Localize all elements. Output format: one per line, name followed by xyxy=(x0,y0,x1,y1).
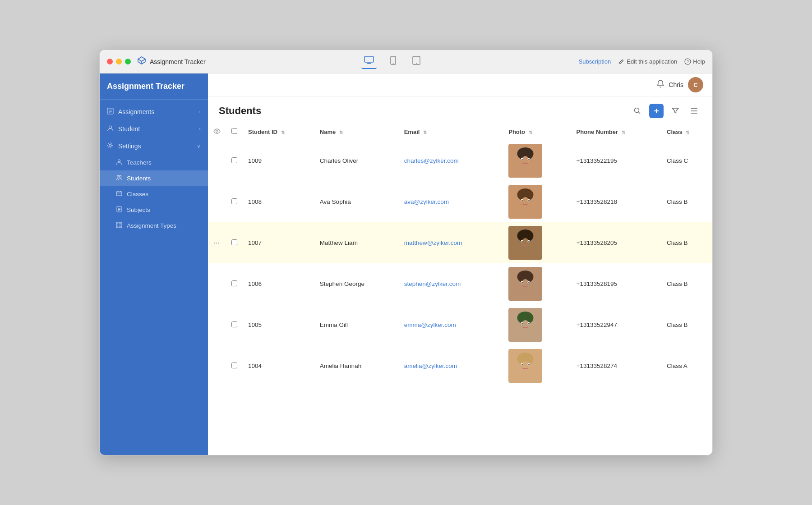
student-email-link[interactable]: matthew@zylker.com xyxy=(404,239,462,246)
add-record-button[interactable] xyxy=(649,104,664,118)
row-checkbox[interactable] xyxy=(231,321,237,327)
row-checkbox[interactable] xyxy=(231,280,237,286)
student-email-link[interactable]: ava@zylker.com xyxy=(404,198,449,205)
close-button[interactable] xyxy=(107,59,113,64)
main-layout: Assignment Tracker Assignments › xyxy=(100,73,712,455)
email-sort-icon[interactable]: ⇅ xyxy=(423,130,427,135)
sidebar-item-subjects[interactable]: Subjects xyxy=(100,202,208,218)
row-actions-cell xyxy=(208,263,226,304)
titlebar-right: Subscription Edit this application ? Hel… xyxy=(579,58,705,65)
settings-icon xyxy=(107,142,114,150)
maximize-button[interactable] xyxy=(125,59,131,64)
svg-point-72 xyxy=(528,324,532,326)
sidebar-item-settings-label: Settings xyxy=(118,142,141,150)
students-icon xyxy=(116,174,122,182)
student-id-sort-icon[interactable]: ⇅ xyxy=(281,130,285,135)
student-name-cell: Amelia Hannah xyxy=(314,345,399,386)
student-email-cell: charles@zylker.com xyxy=(399,140,503,182)
name-sort-icon[interactable]: ⇅ xyxy=(339,130,343,135)
sidebar-item-assignments[interactable]: Assignments › xyxy=(100,103,208,120)
bell-icon[interactable] xyxy=(657,80,664,90)
search-button[interactable] xyxy=(630,104,645,118)
table-row[interactable]: 1006Stephen Georgestephen@zylker.com +13… xyxy=(208,263,712,304)
settings-submenu: Teachers Students xyxy=(100,155,208,234)
student-photo-cell xyxy=(503,304,571,345)
row-checkbox[interactable] xyxy=(231,239,237,245)
table-row[interactable]: ··· 1007Matthew Liammatthew@zylker.com +… xyxy=(208,222,712,263)
student-email-link[interactable]: stephen@zylker.com xyxy=(404,280,461,287)
svg-point-37 xyxy=(529,200,530,201)
sidebar-item-classes-label: Classes xyxy=(127,191,148,197)
more-options-button[interactable] xyxy=(687,104,701,118)
tablet-icon[interactable] xyxy=(410,54,423,69)
table-row[interactable]: 1009Charles Olivercharles@zylker.com +13… xyxy=(208,140,712,182)
svg-point-4 xyxy=(416,63,417,64)
table-row[interactable]: 1008Ava Sophiaava@zylker.com +1313352821… xyxy=(208,181,712,222)
student-icon xyxy=(107,125,114,133)
student-photo xyxy=(508,267,542,301)
assignment-types-icon xyxy=(116,222,122,230)
edit-app-link[interactable]: Edit this application xyxy=(618,58,677,65)
sidebar-item-students[interactable]: Students xyxy=(100,170,208,186)
svg-point-26 xyxy=(529,159,530,160)
svg-point-59 xyxy=(529,282,530,283)
row-actions-cell: ··· xyxy=(208,222,226,263)
student-id-cell: 1006 xyxy=(243,263,314,304)
filter-button[interactable] xyxy=(668,104,683,118)
student-photo xyxy=(508,144,542,178)
user-avatar: C xyxy=(688,77,703,92)
titlebar: Assignment Tracker xyxy=(100,50,712,73)
student-phone-cell: +13133528195 xyxy=(571,263,662,304)
select-all-checkbox[interactable] xyxy=(231,128,237,134)
minimize-button[interactable] xyxy=(116,59,122,64)
student-phone-cell: +13133522195 xyxy=(571,140,662,182)
student-email-cell: emma@zylker.com xyxy=(399,304,503,345)
student-class-cell: Class B xyxy=(661,181,712,222)
student-id-cell: 1005 xyxy=(243,304,314,345)
svg-point-80 xyxy=(522,364,523,365)
subscription-link[interactable]: Subscription xyxy=(579,58,611,65)
sidebar-item-teachers[interactable]: Teachers xyxy=(100,155,208,170)
settings-chevron: ∨ xyxy=(197,143,201,149)
sidebar-item-classes[interactable]: Classes xyxy=(100,186,208,202)
student-email-cell: stephen@zylker.com xyxy=(399,263,503,304)
row-checkbox[interactable] xyxy=(231,363,237,368)
help-link[interactable]: ? Help xyxy=(684,58,705,65)
row-checkbox[interactable] xyxy=(231,198,237,204)
svg-point-16 xyxy=(635,108,639,113)
row-checkbox-cell xyxy=(226,263,243,304)
svg-point-25 xyxy=(522,159,523,160)
student-photo-cell xyxy=(503,345,571,386)
student-class-cell: Class B xyxy=(661,304,712,345)
edit-icon xyxy=(618,59,624,65)
table-row[interactable]: 1005Emma Gillemma@zylker.com +1313352294… xyxy=(208,304,712,345)
student-email-link[interactable]: emma@zylker.com xyxy=(404,321,456,328)
menu-icon xyxy=(691,108,698,114)
sidebar-item-settings[interactable]: Settings ∨ xyxy=(100,138,208,155)
row-actions-cell xyxy=(208,345,226,386)
mobile-icon[interactable] xyxy=(388,54,399,69)
class-sort-icon[interactable]: ⇅ xyxy=(686,130,689,135)
content-area: Chris C Students xyxy=(208,73,712,455)
sidebar-item-assignment-types[interactable]: Assignment Types xyxy=(100,218,208,234)
phone-sort-icon[interactable]: ⇅ xyxy=(622,130,625,135)
student-id-cell: 1008 xyxy=(243,181,314,222)
filter-icon xyxy=(672,108,679,114)
student-email-link[interactable]: amelia@zylker.com xyxy=(404,363,457,369)
student-chevron: › xyxy=(199,126,201,132)
sidebar-title: Assignment Tracker xyxy=(107,82,185,91)
student-email-link[interactable]: charles@zylker.com xyxy=(404,157,459,164)
row-dot-menu[interactable]: ··· xyxy=(213,239,219,247)
sidebar: Assignment Tracker Assignments › xyxy=(100,73,208,455)
student-photo xyxy=(508,185,542,219)
student-name-cell: Stephen George xyxy=(314,263,399,304)
edit-app-label: Edit this application xyxy=(627,58,677,65)
photo-sort-icon[interactable]: ⇅ xyxy=(529,130,532,135)
row-checkbox[interactable] xyxy=(231,157,237,163)
sidebar-item-student[interactable]: Student › xyxy=(100,120,208,138)
table-row[interactable]: 1004Amelia Hannahamelia@zylker.com +1313… xyxy=(208,345,712,386)
row-checkbox-cell xyxy=(226,222,243,263)
desktop-icon[interactable] xyxy=(361,54,377,69)
plus-icon xyxy=(653,107,660,115)
student-class-cell: Class B xyxy=(661,263,712,304)
